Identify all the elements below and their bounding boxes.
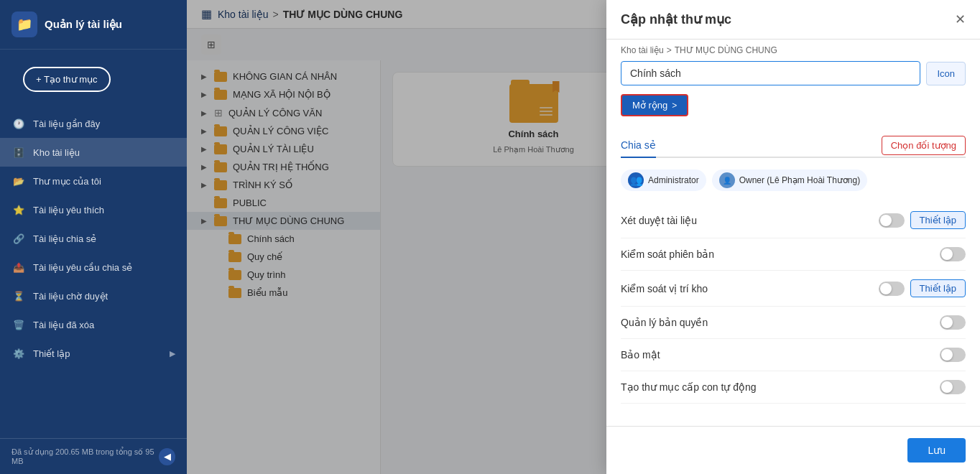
setting-controls-copyright (940, 315, 966, 330)
sidebar-label-settings: Thiết lập (33, 348, 70, 359)
toggle-version[interactable] (940, 247, 966, 261)
setting-label-security: Bảo mật (621, 349, 660, 361)
sidebar-item-storage[interactable]: 🗄️ Kho tài liệu (0, 138, 187, 167)
modal-title: Cập nhật thư mục (621, 11, 731, 27)
modal-breadcrumb: Kho tài liệu > THƯ MỤC DÙNG CHUNG (606, 40, 980, 61)
avatars-row: 👥 Administrator 👤 Owner (Lê Phạm Hoài Th… (621, 169, 966, 191)
modal-footer: Lưu (606, 426, 980, 474)
setting-row-review: Xét duyệt tài liệu Thiết lập (621, 203, 966, 238)
toggle-knob-copyright (941, 317, 953, 328)
sidebar-icon-deleted: 🗑️ (11, 317, 26, 332)
app-title: Quản lý tài liệu (45, 18, 122, 31)
toggle-review[interactable] (879, 213, 905, 228)
setup-button-review[interactable]: Thiết lập (910, 211, 966, 229)
sidebar-icon-storage: 🗄️ (11, 145, 26, 159)
sidebar-label-shared-req: Tài liệu yêu cầu chia sẻ (33, 262, 132, 273)
toggle-knob-location (880, 283, 892, 294)
toggle-knob-review (880, 215, 892, 226)
update-folder-modal: Cập nhật thư mục ✕ Kho tài liệu > THƯ MỤ… (606, 0, 980, 474)
setting-row-location: Kiểm soát vị trí kho Thiết lập (621, 271, 966, 307)
setting-label-version: Kiểm soát phiên bản (621, 248, 714, 260)
sidebar: 📁 Quản lý tài liệu + Tạo thư mục 🕐 Tài l… (0, 0, 187, 474)
setting-controls-location: Thiết lập (879, 279, 966, 297)
setting-row-auto_subfolder: Tạo thư mục cấp con tự động (621, 371, 966, 404)
setting-label-copyright: Quản lý bản quyền (621, 317, 708, 328)
sidebar-label-deleted: Tài liệu đã xóa (33, 320, 94, 330)
sidebar-icon-my-folder: 📂 (11, 174, 26, 188)
sidebar-item-deleted[interactable]: 🗑️ Tài liệu đã xóa (0, 310, 187, 339)
setting-controls-auto_subfolder (940, 380, 966, 394)
setting-label-auto_subfolder: Tạo thư mục cấp con tự động (621, 381, 757, 393)
sidebar-item-favorites[interactable]: ⭐ Tài liệu yêu thích (0, 195, 187, 224)
sidebar-item-shared-req[interactable]: 📤 Tài liệu yêu cầu chia sẻ (0, 253, 187, 282)
modal-breadcrumb-sep: > (667, 45, 672, 55)
toggle-auto_subfolder[interactable] (940, 380, 966, 394)
toggle-copyright[interactable] (940, 315, 966, 330)
avatar-chip: 👥 Administrator (621, 169, 706, 191)
expand-arrow-icon: > (672, 101, 677, 111)
setting-row-security: Bảo mật (621, 339, 966, 371)
storage-usage-text: Đã sử dụng 200.65 MB trong tổng số 95 MB (11, 447, 159, 465)
sidebar-icon-pending: ⏳ (11, 289, 26, 303)
sidebar-label-recent: Tài liệu gần đây (33, 118, 100, 129)
toggle-knob-security (941, 349, 953, 361)
app-logo: 📁 (11, 11, 37, 37)
sidebar-icon-recent: 🕐 (11, 116, 26, 131)
sidebar-item-recent[interactable]: 🕐 Tài liệu gần đây (0, 109, 187, 138)
expand-button[interactable]: Mở rộng > (621, 94, 688, 116)
avatar-label: Administrator (648, 175, 699, 185)
avatar-chip: 👤 Owner (Lê Phạm Hoài Thương) (712, 169, 868, 191)
choose-target-button[interactable]: Chọn đối tượng (882, 136, 966, 155)
sidebar-icon-favorites: ⭐ (11, 203, 26, 217)
setting-controls-security (940, 348, 966, 362)
sidebar-label-shared: Tài liệu chia sẻ (33, 233, 96, 244)
folder-name-row: Icon (621, 61, 966, 85)
sidebar-item-settings[interactable]: ⚙️ Thiết lập ▶ (0, 339, 187, 368)
modal-tabs: Chia sẻ Chọn đối tượng (621, 134, 966, 158)
folder-name-input[interactable] (621, 61, 920, 85)
expand-label: Mở rộng (632, 100, 667, 111)
setup-button-location[interactable]: Thiết lập (910, 279, 966, 297)
modal-breadcrumb-current: THƯ MỤC DÙNG CHUNG (675, 45, 777, 55)
setting-label-location: Kiểm soát vị trí kho (621, 283, 708, 294)
sidebar-icon-shared-req: 📤 (11, 260, 26, 274)
icon-button[interactable]: Icon (926, 62, 966, 85)
sidebar-header: 📁 Quản lý tài liệu (0, 0, 187, 50)
toggle-knob-version (941, 248, 953, 260)
setting-row-version: Kiểm soát phiên bản (621, 238, 966, 271)
setting-controls-version (940, 247, 966, 261)
tab-share[interactable]: Chia sẻ (621, 134, 656, 158)
sidebar-arrow-icon: ▶ (170, 349, 175, 358)
sidebar-icon-settings: ⚙️ (11, 346, 26, 361)
setting-controls-review: Thiết lập (879, 211, 966, 229)
sidebar-nav: 🕐 Tài liệu gần đây 🗄️ Kho tài liệu 📂 Thư… (0, 109, 187, 438)
modal-close-button[interactable]: ✕ (955, 11, 966, 27)
sidebar-footer: Đã sử dụng 200.65 MB trong tổng số 95 MB… (0, 438, 187, 474)
toggle-location[interactable] (879, 282, 905, 296)
avatar-icon: 👥 (628, 172, 644, 188)
create-folder-button[interactable]: + Tạo thư mục (23, 67, 111, 92)
sidebar-label-favorites: Tài liệu yêu thích (33, 205, 104, 215)
setting-label-review: Xét duyệt tài liệu (621, 215, 697, 226)
sidebar-collapse-button[interactable]: ◀ (159, 448, 175, 465)
sidebar-item-pending[interactable]: ⏳ Tài liệu chờ duyệt (0, 282, 187, 310)
sidebar-icon-shared: 🔗 (11, 231, 26, 246)
modal-header: Cập nhật thư mục ✕ (606, 0, 980, 40)
save-button[interactable]: Lưu (907, 438, 966, 463)
toggle-security[interactable] (940, 348, 966, 362)
modal-breadcrumb-root: Kho tài liệu (621, 45, 664, 55)
setting-row-copyright: Quản lý bản quyền (621, 307, 966, 339)
toggle-knob-auto_subfolder (941, 381, 953, 393)
sidebar-label-my-folder: Thư mục của tôi (33, 176, 101, 187)
sidebar-item-shared[interactable]: 🔗 Tài liệu chia sẻ (0, 224, 187, 253)
sidebar-label-pending: Tài liệu chờ duyệt (33, 291, 108, 302)
avatar-icon: 👤 (719, 172, 735, 188)
sidebar-item-my-folder[interactable]: 📂 Thư mục của tôi (0, 167, 187, 195)
settings-list: Xét duyệt tài liệu Thiết lập Kiểm soát p… (621, 203, 966, 404)
sidebar-label-storage: Kho tài liệu (33, 147, 80, 158)
modal-body: Icon Mở rộng > Chia sẻ Chọn đối tượng 👥 … (606, 61, 980, 426)
avatar-label: Owner (Lê Phạm Hoài Thương) (739, 175, 861, 185)
